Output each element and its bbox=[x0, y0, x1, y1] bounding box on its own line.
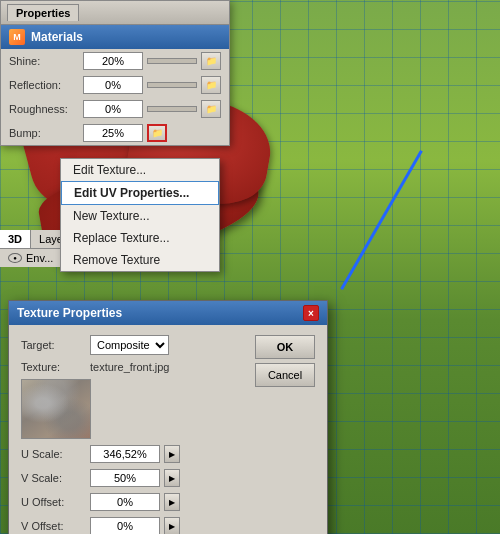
uoffset-row: U Offset: ▶ bbox=[21, 493, 245, 511]
texture-preview-image bbox=[22, 380, 90, 438]
vscale-label: V Scale: bbox=[21, 472, 86, 484]
vscale-row: V Scale: ▶ bbox=[21, 469, 245, 487]
texture-value: texture_front.jpg bbox=[90, 361, 170, 373]
vscale-input[interactable] bbox=[90, 469, 160, 487]
target-label: Target: bbox=[21, 339, 86, 351]
roughness-row: Roughness: 📁 bbox=[1, 97, 229, 121]
shine-label: Shine: bbox=[9, 55, 79, 67]
uscale-label: U Scale: bbox=[21, 448, 86, 460]
vscale-arrow[interactable]: ▶ bbox=[164, 469, 180, 487]
properties-panel: Properties M Materials Shine: 📁 Reflecti… bbox=[0, 0, 230, 146]
properties-tab[interactable]: Properties bbox=[7, 4, 79, 21]
dialog-title: Texture Properties bbox=[17, 306, 122, 320]
panel-header: Properties bbox=[1, 1, 229, 25]
voffset-arrow[interactable]: ▶ bbox=[164, 517, 180, 534]
target-row: Target: Composite bbox=[21, 335, 245, 355]
uoffset-input[interactable] bbox=[90, 493, 160, 511]
dialog-titlebar: Texture Properties × bbox=[9, 301, 327, 325]
texture-row: Texture: texture_front.jpg bbox=[21, 361, 245, 373]
bump-row: Bump: 📁 bbox=[1, 121, 229, 145]
materials-label: Materials bbox=[31, 30, 83, 44]
reflection-folder-btn[interactable]: 📁 bbox=[201, 76, 221, 94]
dialog-body: Target: Composite Texture: texture_front… bbox=[9, 325, 327, 534]
target-select[interactable]: Composite bbox=[90, 335, 169, 355]
bump-input[interactable] bbox=[83, 124, 143, 142]
voffset-input[interactable] bbox=[90, 517, 160, 534]
roughness-input[interactable] bbox=[83, 100, 143, 118]
dialog-close-button[interactable]: × bbox=[303, 305, 319, 321]
texture-properties-dialog: Texture Properties × Target: Composite T… bbox=[8, 300, 328, 534]
env-label: Env... bbox=[26, 252, 53, 264]
roughness-label: Roughness: bbox=[9, 103, 79, 115]
shine-folder-btn[interactable]: 📁 bbox=[201, 52, 221, 70]
tab-3d[interactable]: 3D bbox=[0, 230, 31, 248]
visibility-icon[interactable]: ● bbox=[8, 253, 22, 263]
uscale-arrow[interactable]: ▶ bbox=[164, 445, 180, 463]
reflection-slider[interactable] bbox=[147, 82, 197, 88]
reflection-row: Reflection: 📁 bbox=[1, 73, 229, 97]
uscale-input[interactable] bbox=[90, 445, 160, 463]
replace-texture-item[interactable]: Replace Texture... bbox=[61, 227, 219, 249]
roughness-slider[interactable] bbox=[147, 106, 197, 112]
voffset-row: V Offset: ▶ bbox=[21, 517, 245, 534]
new-texture-item[interactable]: New Texture... bbox=[61, 205, 219, 227]
axis-line bbox=[340, 150, 423, 290]
shine-input[interactable] bbox=[83, 52, 143, 70]
bump-folder-btn[interactable]: 📁 bbox=[147, 124, 167, 142]
context-menu: Edit Texture... Edit UV Properties... Ne… bbox=[60, 158, 220, 272]
shine-slider[interactable] bbox=[147, 58, 197, 64]
materials-header: M Materials bbox=[1, 25, 229, 49]
uoffset-arrow[interactable]: ▶ bbox=[164, 493, 180, 511]
edit-texture-item[interactable]: Edit Texture... bbox=[61, 159, 219, 181]
cancel-button[interactable]: Cancel bbox=[255, 363, 315, 387]
edit-uv-item[interactable]: Edit UV Properties... bbox=[61, 181, 219, 205]
texture-preview bbox=[21, 379, 91, 439]
reflection-label: Reflection: bbox=[9, 79, 79, 91]
reflection-input[interactable] bbox=[83, 76, 143, 94]
dialog-buttons: OK Cancel bbox=[255, 335, 315, 534]
materials-icon: M bbox=[9, 29, 25, 45]
remove-texture-item[interactable]: Remove Texture bbox=[61, 249, 219, 271]
uscale-row: U Scale: ▶ bbox=[21, 445, 245, 463]
bump-label: Bump: bbox=[9, 127, 79, 139]
shine-row: Shine: 📁 bbox=[1, 49, 229, 73]
dialog-form: Target: Composite Texture: texture_front… bbox=[21, 335, 245, 534]
uoffset-label: U Offset: bbox=[21, 496, 86, 508]
ok-button[interactable]: OK bbox=[255, 335, 315, 359]
roughness-folder-btn[interactable]: 📁 bbox=[201, 100, 221, 118]
voffset-label: V Offset: bbox=[21, 520, 86, 532]
texture-label: Texture: bbox=[21, 361, 86, 373]
